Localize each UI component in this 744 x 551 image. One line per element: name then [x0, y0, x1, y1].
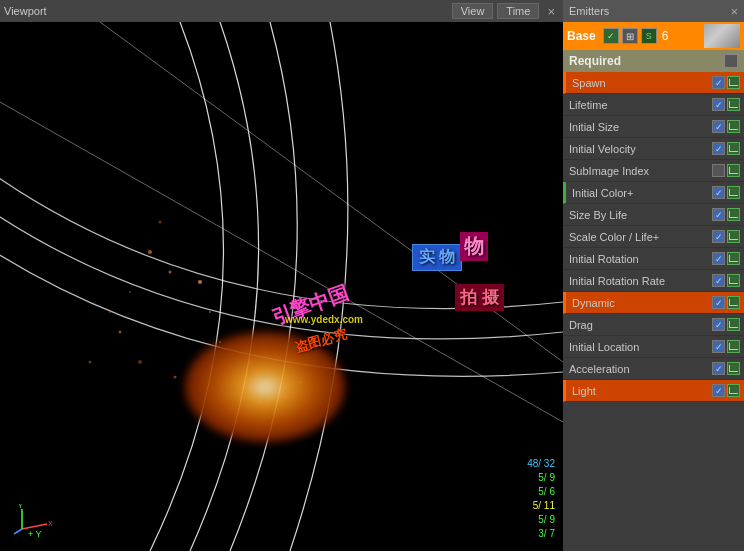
base-check-icon[interactable]: ✓ [603, 28, 619, 44]
emitter-row-initial-rotation-rate[interactable]: Initial Rotation Rate [563, 270, 744, 292]
viewport-titlebar: Viewport View Time × [0, 0, 563, 22]
emitter-row-size-by-life[interactable]: Size By Life [563, 204, 744, 226]
emitter-row-initial-size[interactable]: Initial Size [563, 116, 744, 138]
row-checkbox-spawn[interactable] [712, 76, 725, 89]
svg-point-14 [159, 221, 162, 224]
svg-line-19 [14, 529, 22, 534]
svg-point-7 [174, 376, 177, 379]
row-checkbox-dynamic[interactable] [712, 296, 725, 309]
required-expand-icon[interactable] [724, 54, 738, 68]
row-graph-initial-color[interactable] [727, 186, 740, 199]
row-label-subimage-index: SubImage Index [569, 165, 710, 177]
watermark-1: 实 物 [412, 244, 462, 271]
coord-3: 5/ 6 [527, 485, 555, 499]
emitters-panel: Emitters × Base ✓ ⊞ S 6 Required SpawnLi… [563, 0, 744, 551]
row-checkbox-initial-rotation[interactable] [712, 252, 725, 265]
row-graph-initial-rotation[interactable] [727, 252, 740, 265]
emitters-close-button[interactable]: × [730, 4, 738, 19]
svg-point-1 [169, 271, 172, 274]
svg-point-10 [89, 361, 92, 364]
axis-label: + Y [28, 529, 42, 539]
row-label-light: Light [572, 385, 710, 397]
row-checkbox-acceleration[interactable] [712, 362, 725, 375]
coord-1: 48/ 32 [527, 457, 555, 471]
row-checkbox-drag[interactable] [712, 318, 725, 331]
emitter-row-subimage-index[interactable]: SubImage Index [563, 160, 744, 182]
row-graph-scale-color-life[interactable] [727, 230, 740, 243]
viewport-close-button[interactable]: × [543, 4, 559, 19]
base-s-icon[interactable]: S [641, 28, 657, 44]
base-grid-icon[interactable]: ⊞ [622, 28, 638, 44]
emitter-row-acceleration[interactable]: Acceleration [563, 358, 744, 380]
row-graph-size-by-life[interactable] [727, 208, 740, 221]
svg-point-0 [148, 250, 152, 254]
row-label-initial-color: Initial Color+ [572, 187, 710, 199]
row-label-spawn: Spawn [572, 77, 710, 89]
emitter-row-light[interactable]: Light [563, 380, 744, 402]
coord-5: 5/ 9 [527, 513, 555, 527]
svg-point-4 [119, 331, 122, 334]
emitter-rows-container: SpawnLifetimeInitial SizeInitial Velocit… [563, 72, 744, 551]
row-graph-dynamic[interactable] [727, 296, 740, 309]
time-button[interactable]: Time [497, 3, 539, 19]
coord-4: 5/ 11 [527, 499, 555, 513]
emitters-titlebar: Emitters × [563, 0, 744, 22]
row-graph-initial-rotation-rate[interactable] [727, 274, 740, 287]
row-graph-drag[interactable] [727, 318, 740, 331]
row-label-drag: Drag [569, 319, 710, 331]
watermark-5: www.ydedx.com [285, 314, 363, 325]
viewport-canvas: 实 物 物 引擎中国 拍 摄 www.ydedx.com 盗图必究 48/ 32… [0, 22, 563, 551]
emitter-row-initial-location[interactable]: Initial Location [563, 336, 744, 358]
row-label-dynamic: Dynamic [572, 297, 710, 309]
row-label-initial-rotation-rate: Initial Rotation Rate [569, 275, 710, 287]
view-button[interactable]: View [452, 3, 494, 19]
row-checkbox-subimage-index[interactable] [712, 164, 725, 177]
emitter-row-lifetime[interactable]: Lifetime [563, 94, 744, 116]
required-label: Required [569, 54, 724, 68]
row-graph-initial-velocity[interactable] [727, 142, 740, 155]
row-checkbox-scale-color-life[interactable] [712, 230, 725, 243]
watermark-4: 拍 摄 [455, 284, 504, 311]
svg-point-11 [109, 311, 111, 313]
row-checkbox-size-by-life[interactable] [712, 208, 725, 221]
row-graph-initial-size[interactable] [727, 120, 740, 133]
row-graph-acceleration[interactable] [727, 362, 740, 375]
row-label-initial-location: Initial Location [569, 341, 710, 353]
emitter-row-scale-color-life[interactable]: Scale Color / Life+ [563, 226, 744, 248]
row-checkbox-initial-size[interactable] [712, 120, 725, 133]
emitters-title: Emitters [569, 5, 609, 17]
emitter-row-drag[interactable]: Drag [563, 314, 744, 336]
row-checkbox-initial-color[interactable] [712, 186, 725, 199]
base-section: Base ✓ ⊞ S 6 [563, 22, 744, 50]
row-label-lifetime: Lifetime [569, 99, 710, 111]
row-graph-subimage-index[interactable] [727, 164, 740, 177]
svg-point-6 [138, 360, 142, 364]
coord-2: 5/ 9 [527, 471, 555, 485]
row-graph-spawn[interactable] [727, 76, 740, 89]
row-label-scale-color-life: Scale Color / Life+ [569, 231, 710, 243]
row-checkbox-initial-rotation-rate[interactable] [712, 274, 725, 287]
base-number: 6 [662, 29, 669, 43]
base-thumbnail [704, 24, 740, 48]
row-checkbox-light[interactable] [712, 384, 725, 397]
row-checkbox-lifetime[interactable] [712, 98, 725, 111]
row-label-initial-rotation: Initial Rotation [569, 253, 710, 265]
row-checkbox-initial-location[interactable] [712, 340, 725, 353]
row-graph-initial-location[interactable] [727, 340, 740, 353]
emitter-row-dynamic[interactable]: Dynamic [563, 292, 744, 314]
coord-6: 3/ 7 [527, 527, 555, 541]
row-graph-light[interactable] [727, 384, 740, 397]
svg-point-2 [129, 291, 131, 293]
row-graph-lifetime[interactable] [727, 98, 740, 111]
viewport-panel: Viewport View Time × [0, 0, 563, 551]
emitter-row-initial-rotation[interactable]: Initial Rotation [563, 248, 744, 270]
svg-point-5 [209, 311, 211, 313]
emitter-row-initial-velocity[interactable]: Initial Velocity [563, 138, 744, 160]
svg-text:X: X [48, 520, 52, 527]
emitter-row-spawn[interactable]: Spawn [563, 72, 744, 94]
emitter-row-initial-color[interactable]: Initial Color+ [563, 182, 744, 204]
row-checkbox-initial-velocity[interactable] [712, 142, 725, 155]
required-section: Required [563, 50, 744, 72]
svg-text:Y: Y [18, 504, 23, 509]
viewport-title: Viewport [4, 5, 47, 17]
